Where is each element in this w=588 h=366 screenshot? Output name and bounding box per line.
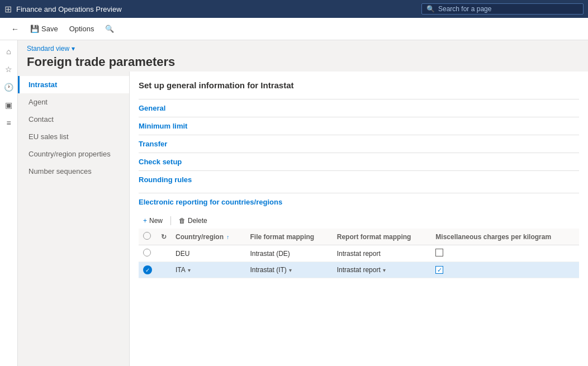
global-search[interactable]: 🔍 bbox=[421, 3, 584, 15]
row-report-format-ita: Intrastat report ▾ bbox=[333, 262, 431, 278]
left-nav: Intrastat Agent Contact EU sales list Co… bbox=[18, 72, 130, 366]
section-check-setup[interactable]: Check setup bbox=[139, 153, 579, 170]
new-button[interactable]: + New bbox=[139, 215, 167, 226]
app-title: Finance and Operations Preview bbox=[16, 5, 417, 13]
row-country-deu: DEU bbox=[171, 245, 245, 262]
save-button[interactable]: 💾 Save bbox=[26, 22, 63, 35]
options-button[interactable]: Options bbox=[65, 22, 99, 35]
row-country-ita: ITA ▾ bbox=[171, 262, 245, 278]
row-select-deu[interactable] bbox=[139, 245, 157, 262]
standard-view-selector[interactable]: Standard view ▾ bbox=[27, 45, 579, 53]
rail-modules-icon[interactable]: ≡ bbox=[2, 116, 16, 130]
nav-item-country-region[interactable]: Country/region properties bbox=[18, 145, 129, 163]
nav-item-eu-sales[interactable]: EU sales list bbox=[18, 128, 129, 145]
new-label: New bbox=[149, 217, 163, 225]
section-rounding-rules-label: Rounding rules bbox=[139, 175, 192, 184]
section-minimum-limit-label: Minimum limit bbox=[139, 122, 187, 130]
th-misc-charges[interactable]: Miscellaneous charges per kilogram bbox=[431, 229, 579, 245]
delete-icon: 🗑 bbox=[179, 217, 186, 225]
right-panel: Set up general information for Intrastat… bbox=[130, 72, 588, 366]
row-report-format-deu: Intrastat report bbox=[333, 245, 431, 262]
page-title: Foreign trade parameters bbox=[27, 55, 579, 69]
th-file-format[interactable]: File format mapping bbox=[245, 229, 332, 245]
table-row[interactable]: ✓ ITA ▾ bbox=[139, 262, 579, 278]
delete-button[interactable]: 🗑 Delete bbox=[174, 215, 212, 226]
checkbox-checked-ita: ✓ bbox=[435, 266, 443, 274]
sort-icon: ↑ bbox=[226, 234, 229, 240]
toolbar-separator bbox=[170, 216, 171, 225]
row-refresh-ita[interactable] bbox=[157, 262, 171, 278]
table-header-row: ↻ Country/region ↑ File format mapping bbox=[139, 229, 579, 245]
content-area: Standard view ▾ Foreign trade parameters… bbox=[18, 40, 588, 366]
rail-recent-icon[interactable]: 🕐 bbox=[2, 80, 16, 94]
row-file-format-ita: Intrastat (IT) ▾ bbox=[245, 262, 332, 278]
delete-label: Delete bbox=[188, 217, 207, 225]
chevron-down-icon: ▾ bbox=[72, 45, 75, 53]
icon-rail: ⌂ ☆ 🕐 ▣ ≡ bbox=[0, 40, 18, 366]
search-icon: 🔍 bbox=[426, 5, 435, 13]
grid-icon[interactable]: ⊞ bbox=[4, 4, 12, 15]
reporting-title: Electronic reporting for countries/regio… bbox=[139, 193, 579, 211]
checkbox-unchecked-deu bbox=[435, 249, 443, 256]
command-bar: ← 💾 Save Options 🔍 bbox=[0, 18, 588, 40]
two-col-layout: Intrastat Agent Contact EU sales list Co… bbox=[18, 72, 588, 366]
save-icon: 💾 bbox=[30, 25, 39, 33]
nav-item-agent[interactable]: Agent bbox=[18, 93, 129, 111]
row-file-format-deu: Intrastat (DE) bbox=[245, 245, 332, 262]
main-layout: ⌂ ☆ 🕐 ▣ ≡ Standard view ▾ Foreign trade … bbox=[0, 40, 588, 366]
reporting-table: ↻ Country/region ↑ File format mapping bbox=[139, 229, 579, 278]
row-check-ita: ✓ bbox=[143, 265, 152, 274]
search-input[interactable] bbox=[438, 5, 572, 13]
panel-subtitle: Set up general information for Intrastat bbox=[139, 80, 579, 90]
report-format-dropdown-arrow: ▾ bbox=[383, 267, 386, 273]
rail-favorites-icon[interactable]: ☆ bbox=[2, 63, 16, 76]
file-format-dropdown-arrow: ▾ bbox=[289, 267, 292, 273]
search-button[interactable]: 🔍 bbox=[101, 22, 118, 35]
th-select[interactable] bbox=[139, 229, 157, 245]
th-report-format[interactable]: Report format mapping bbox=[333, 229, 431, 245]
th-refresh[interactable]: ↻ bbox=[157, 229, 171, 245]
section-transfer[interactable]: Transfer bbox=[139, 135, 579, 153]
page-header: Standard view ▾ Foreign trade parameters bbox=[18, 40, 588, 72]
back-button[interactable]: ← bbox=[7, 22, 23, 36]
search-cmd-icon: 🔍 bbox=[105, 25, 114, 33]
row-refresh-deu[interactable] bbox=[157, 245, 171, 262]
row-select-ita[interactable]: ✓ bbox=[139, 262, 157, 278]
row-misc-deu[interactable] bbox=[431, 245, 579, 262]
back-icon: ← bbox=[11, 25, 19, 34]
header-radio bbox=[143, 232, 151, 240]
row-radio-deu bbox=[143, 249, 151, 256]
rail-workspaces-icon[interactable]: ▣ bbox=[2, 98, 16, 112]
standard-view-label: Standard view bbox=[27, 45, 69, 53]
section-check-setup-label: Check setup bbox=[139, 158, 182, 166]
row-misc-ita[interactable]: ✓ bbox=[431, 262, 579, 278]
reporting-section: Electronic reporting for countries/regio… bbox=[139, 193, 579, 278]
nav-item-intrastat[interactable]: Intrastat bbox=[18, 76, 129, 93]
table-row[interactable]: DEU Intrastat (DE) Intrastat report bbox=[139, 245, 579, 262]
top-bar: ⊞ Finance and Operations Preview 🔍 bbox=[0, 0, 588, 18]
nav-item-contact[interactable]: Contact bbox=[18, 111, 129, 128]
section-minimum-limit[interactable]: Minimum limit bbox=[139, 117, 579, 135]
refresh-icon: ↻ bbox=[161, 233, 167, 241]
section-general[interactable]: General bbox=[139, 99, 579, 117]
plus-icon: + bbox=[143, 217, 147, 225]
rail-home-icon[interactable]: ⌂ bbox=[2, 45, 16, 58]
section-rounding-rules[interactable]: Rounding rules bbox=[139, 170, 579, 188]
section-transfer-label: Transfer bbox=[139, 140, 167, 148]
section-general-label: General bbox=[139, 104, 165, 112]
nav-item-number-sequences[interactable]: Number sequences bbox=[18, 163, 129, 180]
th-country-region[interactable]: Country/region ↑ bbox=[171, 229, 245, 245]
country-dropdown-arrow: ▾ bbox=[188, 267, 191, 273]
table-toolbar: + New 🗑 Delete bbox=[139, 215, 579, 226]
